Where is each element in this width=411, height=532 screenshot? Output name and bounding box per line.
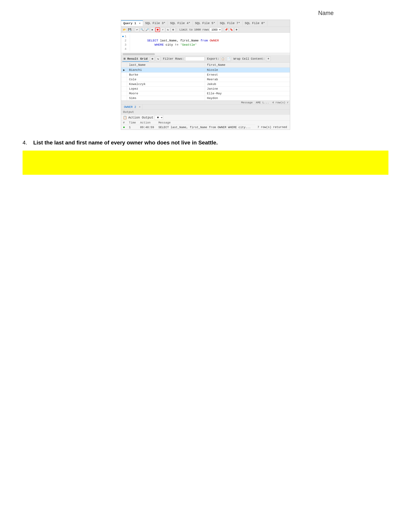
line-num-3: 3 (122, 43, 129, 47)
blurred-line-2 (26, 160, 367, 164)
output-message: 7 row(s) returned (255, 125, 290, 130)
tab-sqlfile3[interactable]: SQL File 3* (143, 21, 168, 26)
action-output-icon: 📋 (123, 116, 127, 120)
output-row: ● 1 09:48:59 SELECT last_Name, first_Nam… (121, 125, 290, 130)
code-area[interactable]: SELECT last_Name, first_Name from OWNER … (130, 34, 290, 51)
breakpoint-dot-1 (122, 36, 124, 37)
export2-btn[interactable]: 📄 (226, 57, 231, 61)
cell-last-name: Sims (127, 96, 205, 101)
output-body: ● 1 09:48:59 SELECT last_Name, first_Nam… (121, 125, 290, 130)
output-header: Output (121, 110, 290, 115)
limit-dropdown[interactable]: 1000 500 100 (210, 28, 221, 32)
question-text: List the last and first name of every ow… (33, 139, 218, 146)
row-arrow (121, 91, 127, 96)
grid-view-btn[interactable]: ⊞ (150, 57, 155, 61)
output-num: 1 (127, 125, 138, 130)
refresh-grid-btn[interactable]: ↻ (156, 57, 160, 61)
table-row[interactable]: Moore Elle-May (121, 91, 290, 96)
name-status: AME L... (256, 101, 269, 104)
table-row[interactable]: Kowalczyk Jakub (121, 82, 290, 86)
pin-btn[interactable]: 📌 (224, 28, 229, 32)
line-num-2: 2 (122, 38, 129, 43)
col-message: Message (157, 121, 255, 125)
grid-header-row: last_Name first_Name (121, 63, 290, 67)
horizontal-scrollbar[interactable] (121, 53, 290, 56)
output-action: SELECT last_Name, first_Name from OWNER … (157, 125, 255, 130)
search-btn[interactable]: 🔎 (145, 28, 149, 32)
page-header: Name (13, 10, 398, 17)
grid-body: ▶ Bianchi Nicole Burke Ernest Cole Meera… (121, 67, 290, 101)
row-indicator-header (121, 63, 127, 67)
table-row[interactable]: Burke Ernest (121, 73, 290, 77)
col-time: Time (127, 121, 138, 125)
question-4-section: 4. List the last and first name of every… (23, 139, 398, 146)
close-owner2-icon[interactable]: × (139, 105, 140, 109)
tab-sqlfile4[interactable]: SQL File 4* (168, 21, 193, 26)
export-btn[interactable]: 📋 (221, 57, 225, 61)
table-row[interactable]: ▶ Bianchi Nicole (121, 67, 290, 73)
run-btn[interactable]: ▶ (150, 28, 155, 32)
message-status-label: Message (241, 101, 252, 104)
bookmark-btn[interactable]: 🔖 (229, 28, 234, 32)
blurred-line-3 (26, 166, 169, 170)
row-arrow (121, 82, 127, 86)
redo-btn[interactable]: 🔍 (140, 28, 144, 32)
line-num-1: 1 (122, 34, 129, 38)
tab-bar: Query 1 × SQL File 3* SQL File 4* SQL Fi… (121, 20, 290, 27)
explain-btn[interactable]: ⚡ (160, 28, 165, 32)
cell-first-name: Janine (205, 86, 290, 91)
table-row[interactable]: Cole Meerab (121, 77, 290, 82)
cell-first-name: Nicole (205, 67, 290, 73)
blurred-line-1 (26, 153, 378, 158)
row-arrow (121, 96, 127, 101)
close-query1-icon[interactable]: × (139, 22, 140, 25)
refresh-btn[interactable]: ↻ (166, 28, 170, 32)
row-arrow (121, 77, 127, 82)
cell-last-name: Bianchi (127, 67, 205, 73)
settings-btn[interactable]: ⚙ (171, 28, 175, 32)
cell-last-name: Cole (127, 77, 205, 82)
line-num-4: 4 (122, 47, 129, 51)
output-section: Output 📋 Action Output ▼ # Time Action M… (121, 109, 290, 130)
row-arrow (121, 86, 127, 91)
tab-sqlfile5[interactable]: SQL File 5* (193, 21, 218, 26)
wrap-btn[interactable]: ≡ (266, 57, 271, 61)
cell-last-name: Lopez (127, 86, 205, 91)
tab-sqlfile7[interactable]: SQL File 7* (218, 21, 243, 26)
cell-last-name: Kowalczyk (127, 82, 205, 86)
action-output-label: Action Output (128, 116, 153, 119)
undo-btn[interactable]: ↩ (135, 28, 139, 32)
wrap-label: Wrap Cell Content: (234, 57, 265, 60)
table-row[interactable]: Lopez Janine (121, 86, 290, 91)
table-row[interactable]: Sims Haydon (121, 96, 290, 101)
ide-toolbar: 📂 💾 ↩ 🔍 🔎 ▶ ⏹ ⚡ ↻ ⚙ Limit to 1000 rows 1… (121, 27, 290, 33)
col-last-name[interactable]: last_Name (127, 63, 205, 67)
filter-label: Filter Rows: (163, 57, 184, 60)
sql-editor[interactable]: 1 2 3 4 SELECT last_Name, first_Name fro… (121, 33, 290, 53)
action-output-dropdown[interactable]: ▼ (155, 115, 163, 120)
data-grid: last_Name first_Name ▶ Bianchi Nicole Bu… (121, 62, 290, 101)
bottom-tab-bar: OWNER 2 × (121, 104, 290, 109)
question-number: 4. (23, 139, 27, 146)
open-file-btn[interactable]: 📂 (122, 28, 127, 32)
stop-btn[interactable]: ⏹ (155, 28, 160, 32)
filter-input[interactable] (185, 57, 205, 61)
tab-query1[interactable]: Query 1 × (121, 20, 143, 26)
result-grid-icon: ⊞ (124, 57, 125, 61)
output-header-row: # Time Action Message (121, 121, 290, 125)
output-time: 09:48:59 (138, 125, 157, 130)
col-first-name[interactable]: first_Name (205, 63, 290, 67)
sql-ide-window: Query 1 × SQL File 3* SQL File 4* SQL Fi… (121, 20, 290, 130)
owner2-tab[interactable]: OWNER 2 × (122, 105, 142, 109)
cell-first-name: Haydon (205, 96, 290, 101)
scroll-thumb[interactable] (123, 53, 155, 55)
tab-sqlfile8[interactable]: SQL File 8* (243, 21, 267, 26)
row-arrow (121, 73, 127, 77)
extra-btn[interactable]: ⊕ (234, 28, 239, 32)
cell-first-name: Meerab (205, 77, 290, 82)
cell-first-name: Elle-May (205, 91, 290, 96)
cell-last-name: Moore (127, 91, 205, 96)
code-line-4 (132, 47, 287, 51)
result-grid-tab[interactable]: ⊞ Result Grid (122, 56, 149, 62)
save-btn[interactable]: 💾 (128, 28, 132, 32)
